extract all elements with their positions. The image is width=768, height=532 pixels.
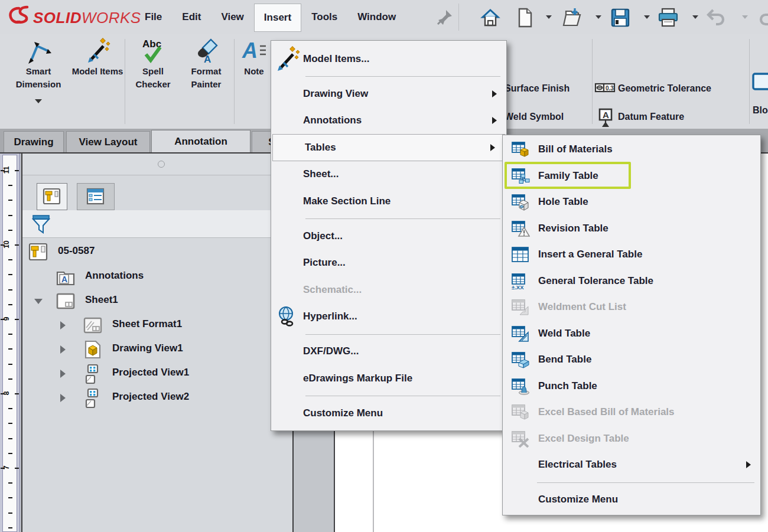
- tree-node-sheet-format1[interactable]: Sheet Format1: [22, 314, 292, 337]
- tables-submenu-item-bend-table[interactable]: Bend Table: [503, 347, 760, 373]
- insert-menu-item-object[interactable]: Object...: [271, 223, 506, 250]
- qa-new-document-dropdown-icon[interactable]: [546, 15, 552, 19]
- ribbon-button-label: Blocks: [753, 105, 768, 116]
- insert-menu-item-drawing-view[interactable]: Drawing View: [271, 80, 506, 107]
- menu-item-label: Hole Table: [538, 196, 588, 208]
- tab-label: Drawing: [14, 136, 53, 148]
- spell-checker-icon: Abc: [139, 38, 167, 64]
- ribbon-button-label: Datum Feature: [618, 112, 684, 122]
- qa-open-button[interactable]: [561, 7, 584, 28]
- tab-drawing[interactable]: Drawing: [4, 131, 64, 153]
- ribbon-button-format-painter[interactable]: AFormat Painter: [178, 38, 234, 126]
- tab-view-layout[interactable]: View Layout: [66, 131, 150, 153]
- feature-manager-tab[interactable]: [37, 183, 67, 210]
- tree-node-label: Sheet1: [85, 294, 118, 306]
- menubar-item-edit[interactable]: Edit: [172, 0, 211, 34]
- insert-menu-item-sheet[interactable]: Sheet...: [271, 161, 506, 188]
- caret-collapsed-icon[interactable]: [60, 321, 66, 329]
- pin-menubar-icon[interactable]: [436, 8, 454, 26]
- model-items-icon: [84, 38, 111, 64]
- filter-icon[interactable]: [31, 213, 52, 234]
- tree-node-annotations[interactable]: AAnnotations: [22, 266, 292, 288]
- menu-item-label: General Tolerance Table: [538, 275, 653, 287]
- menu-item-label: Weld Table: [538, 328, 590, 340]
- tree-tab-icon: [43, 188, 61, 205]
- tables-submenu-item-revision-table[interactable]: Revision Table: [503, 216, 760, 242]
- insert-menu-item-edrawings-markup-file[interactable]: eDrawings Markup File: [271, 365, 506, 392]
- tables-submenu-item-punch-table[interactable]: Punch Table: [503, 373, 760, 400]
- tree-node-drawing-view1[interactable]: Drawing View1: [22, 338, 292, 361]
- general-table-icon: [503, 246, 538, 263]
- qa-new-document-button[interactable]: [515, 7, 538, 28]
- insert-menu-item-picture[interactable]: Picture...: [271, 250, 506, 277]
- tree-node-sheet1[interactable]: Sheet1: [22, 290, 292, 312]
- ribbon-button-note[interactable]: ANote: [237, 38, 271, 126]
- insert-menu-item-customize-menu[interactable]: Customize Menu: [271, 400, 506, 427]
- menu-bar-items: FileEditViewInsertToolsWindow: [135, 0, 406, 34]
- ribbon-button-geometric-tolerance[interactable]: 0.3Geometric Tolerance: [594, 74, 711, 103]
- qa-print-button[interactable]: [657, 7, 679, 28]
- note-icon: A: [240, 38, 268, 64]
- tables-submenu-item-weldment-cut-list[interactable]: Weldment Cut List: [503, 294, 760, 321]
- insert-menu-item-annotations[interactable]: Annotations: [271, 107, 506, 135]
- tables-submenu-item-bill-of-materials[interactable]: Bill of Materials: [503, 136, 760, 163]
- insert-menu-item-hyperlink[interactable]: Hyperlink...: [271, 303, 506, 331]
- display-pane-tab[interactable]: [77, 183, 115, 210]
- insert-menu-item-tables[interactable]: Tables: [272, 134, 505, 161]
- qa-home-button[interactable]: [480, 7, 502, 28]
- insert-menu-item-make-section-line[interactable]: Make Section Line: [271, 188, 506, 215]
- menubar: SOLIDWORKS FileEditViewInsertToolsWindow: [0, 0, 768, 35]
- menubar-item-insert[interactable]: Insert: [254, 4, 301, 32]
- chevron-down-icon[interactable]: [35, 99, 42, 103]
- tables-submenu-item-hole-table[interactable]: Hole Table: [503, 189, 760, 216]
- menubar-item-file[interactable]: File: [135, 0, 172, 34]
- insert-menu-item-model-items[interactable]: Model Items...: [271, 45, 506, 73]
- tables-submenu-item-general-tolerance-table[interactable]: ±.XXGeneral Tolerance Table: [503, 268, 760, 295]
- ribbon-button-smart-dimension[interactable]: Smart Dimension: [7, 38, 70, 126]
- tab-annotation[interactable]: Annotation: [151, 130, 250, 153]
- tables-submenu-item-excel-design-table[interactable]: Excel Design Table: [503, 426, 760, 452]
- menubar-item-label: Window: [357, 11, 396, 23]
- qa-undo-dropdown-icon[interactable]: [742, 15, 748, 19]
- submenu-arrow-icon: [492, 90, 497, 97]
- new-document-icon: [515, 7, 538, 28]
- blocks-icon: [751, 72, 768, 91]
- tables-submenu-item-insert-a-general-table[interactable]: Insert a General Table: [503, 241, 760, 268]
- weld-table-icon: [503, 325, 538, 342]
- submenu-arrow-icon: [492, 117, 497, 124]
- menubar-item-tools[interactable]: Tools: [301, 0, 347, 34]
- ribbon-button-datum-feature[interactable]: ADatum Feature: [594, 103, 684, 131]
- ribbon-button-spell-checker[interactable]: AbcSpell Checker: [126, 38, 180, 126]
- tables-submenu-item-weld-table[interactable]: Weld Table: [503, 321, 760, 347]
- qa-undo-button[interactable]: [704, 7, 727, 28]
- qa-redo-button[interactable]: [757, 7, 768, 28]
- tables-submenu-item-electrical-tables[interactable]: Electrical Tables: [503, 452, 760, 478]
- insert-menu-item-schematic[interactable]: Schematic...: [271, 276, 506, 303]
- qa-print-dropdown-icon[interactable]: [692, 15, 698, 19]
- menu-item-label: Insert a General Table: [538, 249, 642, 260]
- qa-save-dropdown-icon[interactable]: [644, 15, 650, 19]
- tree-node-05-0587[interactable]: 05-0587: [22, 241, 292, 263]
- geometric-tolerance-icon: 0.3: [594, 79, 614, 98]
- qa-save-button[interactable]: [610, 7, 632, 28]
- caret-expanded-icon[interactable]: [34, 299, 43, 304]
- caret-collapsed-icon[interactable]: [60, 345, 66, 354]
- caret-collapsed-icon[interactable]: [60, 394, 66, 402]
- qa-open-dropdown-icon[interactable]: [595, 15, 601, 19]
- panel-grip-handle[interactable]: [158, 161, 165, 168]
- menu-item-label: Punch Table: [538, 380, 597, 392]
- menu-item-label: Weldment Cut List: [538, 301, 626, 313]
- menubar-item-window[interactable]: Window: [347, 0, 406, 34]
- menubar-item-label: Tools: [311, 11, 337, 23]
- tree-node-projected-view2[interactable]: Projected View2: [22, 387, 292, 409]
- insert-menu-item-dxf-dwg[interactable]: DXF/DWG...: [271, 338, 506, 365]
- menubar-item-view[interactable]: View: [211, 0, 253, 34]
- menu-separator: [271, 330, 506, 338]
- caret-collapsed-icon[interactable]: [60, 370, 66, 378]
- hole-table-icon: [503, 193, 538, 211]
- tables-submenu-item-customize-menu[interactable]: Customize Menu: [503, 487, 760, 513]
- tables-submenu-item-excel-based-bill-of-materials[interactable]: Excel Based Bill of Materials: [503, 399, 760, 426]
- ruler-label: 11: [2, 165, 11, 175]
- ribbon-button-model-items[interactable]: Model Items: [69, 38, 126, 126]
- tree-node-projected-view1[interactable]: Projected View1: [22, 363, 292, 385]
